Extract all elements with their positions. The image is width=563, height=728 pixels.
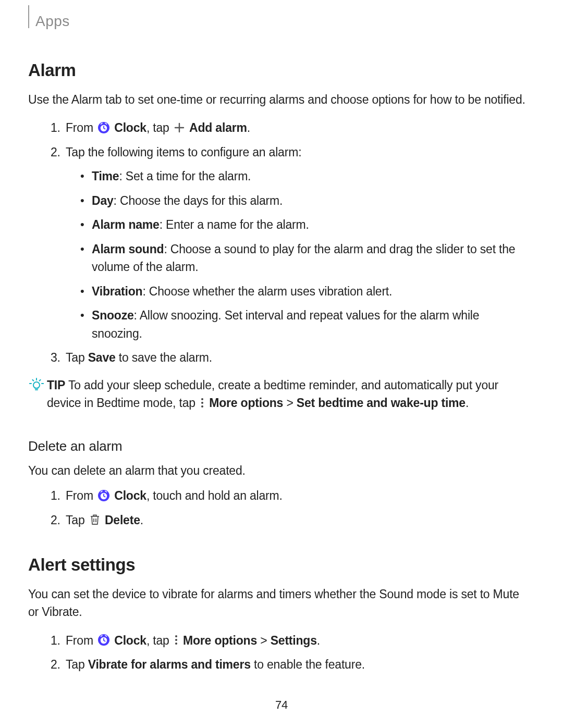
alarm-step-1: From Clock, tap Add alarm. <box>64 119 532 137</box>
more-vert-icon <box>174 634 179 646</box>
text-pre: Tap <box>66 351 88 364</box>
settings-label: Settings <box>271 634 317 647</box>
clock-icon <box>97 634 110 646</box>
desc: : Allow snoozing. Set interval and repea… <box>92 309 479 340</box>
tip-period: . <box>466 396 469 410</box>
text-tap: , tap <box>146 121 173 134</box>
term: Vibration <box>92 285 142 298</box>
vibrate-label: Vibrate for alarms and timers <box>88 658 251 671</box>
list-item: Alarm name: Enter a name for the alarm. <box>80 216 532 234</box>
svg-point-10 <box>175 635 177 637</box>
alarm-steps: From Clock, tap Add alarm. Tap the follo… <box>28 119 532 367</box>
text-from: From <box>66 489 96 502</box>
section-title-alarm: Alarm <box>28 57 532 83</box>
term: Time <box>92 169 119 183</box>
list-item: Alarm sound: Choose a sound to play for … <box>80 240 532 276</box>
clock-icon <box>97 121 110 134</box>
trash-icon <box>89 513 101 526</box>
delete-step-2: Tap Delete. <box>64 511 532 529</box>
text-from: From <box>66 634 96 647</box>
svg-point-4 <box>201 402 203 404</box>
step2-lead: Tap the following items to configure an … <box>66 145 301 159</box>
alert-steps: From Clock, tap More options > Settings.… <box>28 632 532 674</box>
save-label: Save <box>88 351 116 364</box>
alarm-step-3: Tap Save to save the alarm. <box>64 349 532 367</box>
bedtime-label: Set bedtime and wake-up time <box>297 396 466 410</box>
more-vert-icon <box>200 397 205 409</box>
page-number: 74 <box>0 696 563 713</box>
term: Snooze <box>92 309 134 322</box>
list-item: Day: Choose the days for this alarm. <box>80 192 532 210</box>
subsection-title-delete: Delete an alarm <box>28 436 532 456</box>
tip-block: TIP To add your sleep schedule, create a… <box>28 376 532 412</box>
alarm-config-list: Time: Set a time for the alarm. Day: Cho… <box>66 167 532 342</box>
clock-icon <box>97 489 110 502</box>
desc: : Choose the days for this alarm. <box>114 194 283 207</box>
term: Day <box>92 194 114 207</box>
add-alarm-label: Add alarm <box>189 121 247 134</box>
clock-label: Clock <box>114 634 146 647</box>
lightbulb-icon <box>28 376 45 393</box>
svg-point-11 <box>175 639 177 641</box>
delete-label: Delete <box>105 513 140 527</box>
clock-label: Clock <box>114 121 146 134</box>
sep: > <box>257 634 271 647</box>
text-post: to save the alarm. <box>116 351 212 364</box>
list-item: Snooze: Allow snoozing. Set interval and… <box>80 306 532 342</box>
breadcrumb: Apps <box>35 10 70 32</box>
header-divider <box>28 5 29 28</box>
list-item: Vibration: Choose whether the alarm uses… <box>80 282 532 301</box>
delete-step-1: From Clock, touch and hold an alarm. <box>64 487 532 505</box>
svg-point-2 <box>33 382 40 388</box>
text-post: to enable the feature. <box>251 658 365 671</box>
text-pre: Tap <box>66 513 88 527</box>
more-options-label: More options <box>209 396 283 410</box>
period: . <box>140 513 143 527</box>
clock-label: Clock <box>114 489 146 502</box>
text-pre: Tap <box>66 658 88 671</box>
svg-point-3 <box>201 398 203 400</box>
delete-steps: From Clock, touch and hold an alarm. Tap <box>28 487 532 529</box>
desc: : Enter a name for the alarm. <box>160 218 309 231</box>
tip-label: TIP <box>47 378 65 392</box>
svg-point-12 <box>175 643 177 645</box>
desc: : Set a time for the alarm. <box>119 169 251 183</box>
alert-step-1: From Clock, tap More options > Settings. <box>64 632 532 650</box>
text-tap: , tap <box>146 634 173 647</box>
page-header: Apps <box>28 10 532 32</box>
svg-point-5 <box>201 405 203 408</box>
text-from: From <box>66 121 96 134</box>
alert-step-2: Tap Vibrate for alarms and timers to ena… <box>64 656 532 674</box>
more-options-label: More options <box>183 634 257 647</box>
desc: : Choose whether the alarm uses vibratio… <box>142 285 392 298</box>
alarm-step-2: Tap the following items to configure an … <box>64 143 532 343</box>
text-post: , touch and hold an alarm. <box>146 489 283 502</box>
delete-intro: You can delete an alarm that you created… <box>28 462 532 480</box>
period: . <box>317 634 320 647</box>
alert-intro: You can set the device to vibrate for al… <box>28 585 532 621</box>
term: Alarm name <box>92 218 160 231</box>
plus-icon <box>174 122 185 133</box>
term: Alarm sound <box>92 242 164 256</box>
alarm-intro: Use the Alarm tab to set one-time or rec… <box>28 91 532 109</box>
list-item: Time: Set a time for the alarm. <box>80 167 532 186</box>
period: . <box>247 121 250 134</box>
tip-sep: > <box>283 396 297 410</box>
section-title-alert: Alert settings <box>28 552 532 578</box>
